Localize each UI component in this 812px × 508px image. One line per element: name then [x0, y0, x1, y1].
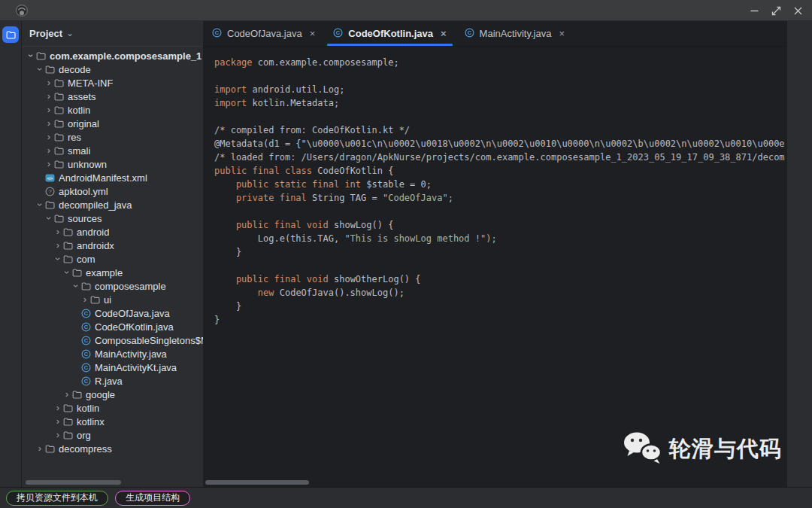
- tree-item-label: org: [77, 430, 91, 441]
- svg-text:C: C: [336, 29, 341, 36]
- tab-label: MainActivity.java: [480, 28, 552, 39]
- chevron-collapsed-icon[interactable]: ›: [44, 147, 53, 154]
- chevron-expanded-icon[interactable]: ›: [36, 65, 44, 74]
- chevron-collapsed-icon[interactable]: ›: [44, 106, 53, 114]
- tree-item-composablesingletons-ma[interactable]: CComposableSingletons$Ma: [22, 333, 203, 347]
- code-line: }: [214, 300, 786, 313]
- minimize-icon[interactable]: [749, 5, 759, 16]
- tree-item-res[interactable]: ›res: [22, 130, 203, 144]
- expand-icon[interactable]: [771, 5, 781, 16]
- editor-tab-bar: CCodeOfJava.java×CCodeOfKotlin.java×CMai…: [203, 21, 786, 47]
- chevron-expanded-icon[interactable]: ›: [54, 254, 62, 263]
- code-line: [214, 110, 786, 123]
- tree-item-google[interactable]: ›google: [22, 388, 203, 401]
- tree-item-decompress[interactable]: ›decompress: [22, 442, 203, 455]
- svg-text:?: ?: [48, 188, 52, 195]
- chevron-collapsed-icon[interactable]: ›: [53, 404, 62, 412]
- tree-item-original[interactable]: ›original: [22, 117, 203, 130]
- editor-tab-codeofkotlin-java[interactable]: CCodeOfKotlin.java×: [324, 21, 455, 46]
- project-panel-header[interactable]: Project ⌄: [22, 21, 203, 47]
- class-icon: C: [80, 349, 92, 359]
- tree-item-unknown[interactable]: ›unknown: [22, 157, 203, 171]
- tree-item-mainactivitykt-java[interactable]: CMainActivityKt.java: [22, 360, 203, 374]
- copy-resources-button[interactable]: 拷贝资源文件到本机: [6, 491, 108, 506]
- tree-item-composesample[interactable]: ›composesample: [22, 279, 203, 293]
- chevron-expanded-icon[interactable]: ›: [72, 281, 80, 291]
- horizontal-scrollbar-thumb[interactable]: [205, 480, 309, 485]
- code-editor[interactable]: package com.example.composesample; impor…: [203, 47, 786, 487]
- chevron-collapsed-icon[interactable]: ›: [53, 431, 62, 439]
- tree-item-com[interactable]: ›com: [22, 252, 203, 266]
- app-logo-icon: [15, 4, 29, 17]
- svg-text:</>: </>: [47, 175, 53, 180]
- folder-icon: [62, 418, 74, 426]
- svg-text:C: C: [84, 351, 89, 357]
- chevron-collapsed-icon[interactable]: ›: [53, 418, 62, 425]
- editor-tab-mainactivity-java[interactable]: CMainActivity.java×: [456, 21, 574, 46]
- tree-item-meta-inf[interactable]: ›META-INF: [22, 76, 203, 90]
- generate-structure-button[interactable]: 生成项目结构: [115, 491, 190, 506]
- folder-icon: [35, 52, 47, 60]
- tab-close-icon[interactable]: ×: [559, 28, 565, 39]
- tab-close-icon[interactable]: ×: [441, 28, 447, 39]
- tree-item-decode[interactable]: ›decode: [22, 62, 203, 76]
- tree-item-org[interactable]: ›org: [22, 428, 203, 442]
- tree-item-label: decompiled_java: [59, 199, 132, 211]
- tree-item-assets[interactable]: ›assets: [22, 90, 203, 103]
- chevron-collapsed-icon[interactable]: ›: [44, 160, 53, 168]
- project-tool-button[interactable]: [2, 26, 19, 43]
- folder-icon: [53, 79, 65, 87]
- chevron-expanded-icon[interactable]: ›: [27, 51, 35, 60]
- chevron-collapsed-icon[interactable]: ›: [44, 120, 53, 127]
- tree-item-r-java[interactable]: CR.java: [22, 374, 203, 388]
- chevron-collapsed-icon[interactable]: ›: [80, 296, 89, 303]
- svg-text:C: C: [84, 310, 89, 317]
- folder-icon: [89, 296, 101, 304]
- yml-icon: ?: [44, 187, 56, 196]
- folder-icon: [53, 120, 65, 128]
- chevron-collapsed-icon[interactable]: ›: [44, 79, 53, 87]
- chevron-expanded-icon[interactable]: ›: [45, 214, 53, 223]
- tree-item-androidmanifest-xml[interactable]: </>AndroidManifest.xml: [22, 171, 203, 184]
- tree-item-label: kotlin: [68, 105, 90, 116]
- code-line: public static final int $stable = 0;: [214, 178, 786, 191]
- tree-item-example[interactable]: ›example: [22, 266, 203, 279]
- chevron-collapsed-icon[interactable]: ›: [53, 228, 62, 236]
- tree-item-label: androidx: [77, 240, 114, 251]
- tree-item-codeofjava-java[interactable]: CCodeOfJava.java: [22, 306, 203, 320]
- code-line: import android.util.Log;: [214, 83, 786, 96]
- chevron-collapsed-icon[interactable]: ›: [44, 93, 53, 100]
- close-icon[interactable]: [792, 5, 803, 16]
- tab-close-icon[interactable]: ×: [310, 28, 316, 39]
- tree-item-mainactivity-java[interactable]: CMainActivity.java: [22, 347, 203, 360]
- editor-tab-codeofjava-java[interactable]: CCodeOfJava.java×: [203, 21, 324, 46]
- code-line: @Metadata(d1 = {"\u0000\u001c\n\u0002\u0…: [214, 137, 786, 151]
- tree-item-codeofkotlin-java[interactable]: CCodeOfKotlin.java: [22, 320, 203, 333]
- tree-item-label: MainActivityKt.java: [95, 362, 177, 373]
- tree-item-apktool-yml[interactable]: ?apktool.yml: [22, 184, 203, 198]
- tree-item-android[interactable]: ›android: [22, 225, 203, 239]
- window-controls: [749, 0, 803, 21]
- tree-item-kotlin[interactable]: ›kotlin: [22, 103, 203, 117]
- chevron-expanded-icon[interactable]: ›: [36, 200, 44, 209]
- tree-item-ui[interactable]: ›ui: [22, 293, 203, 306]
- tree-item-kotlinx[interactable]: ›kotlinx: [22, 415, 203, 428]
- tree-item-androidx[interactable]: ›androidx: [22, 239, 203, 252]
- chevron-collapsed-icon[interactable]: ›: [44, 133, 53, 141]
- tree-item-decompiled-java[interactable]: ›decompiled_java: [22, 198, 203, 211]
- tree-item-smali[interactable]: ›smali: [22, 144, 203, 157]
- tree-item-sources[interactable]: ›sources: [22, 211, 203, 225]
- chevron-expanded-icon[interactable]: ›: [63, 268, 71, 277]
- folder-icon: [44, 201, 56, 209]
- tree-item-com-example-composesample-1[interactable]: ›com.example.composesample_1: [22, 49, 203, 62]
- left-tool-strip: [0, 21, 22, 487]
- chevron-collapsed-icon[interactable]: ›: [53, 242, 62, 249]
- tree-item-label: ui: [104, 294, 111, 306]
- tree-item-label: kotlin: [77, 403, 99, 414]
- tree-item-kotlin[interactable]: ›kotlin: [22, 401, 203, 415]
- class-icon: C: [212, 28, 222, 40]
- chevron-collapsed-icon[interactable]: ›: [35, 445, 44, 452]
- tree-item-label: MainActivity.java: [95, 348, 167, 360]
- horizontal-scrollbar-thumb[interactable]: [26, 480, 121, 485]
- chevron-collapsed-icon[interactable]: ›: [62, 391, 71, 398]
